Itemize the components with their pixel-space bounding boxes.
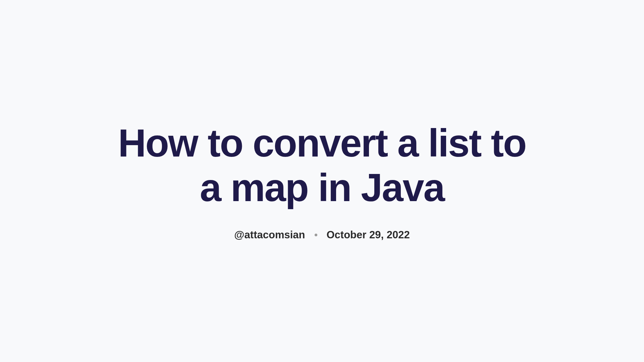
publish-date: October 29, 2022 bbox=[327, 229, 410, 241]
meta-row: @attacomsian October 29, 2022 bbox=[234, 229, 410, 241]
page-title: How to convert a list to a map in Java bbox=[107, 121, 537, 210]
dot-separator-icon bbox=[315, 234, 317, 236]
author-handle: @attacomsian bbox=[234, 229, 305, 241]
title-card: How to convert a list to a map in Java @… bbox=[87, 121, 557, 241]
